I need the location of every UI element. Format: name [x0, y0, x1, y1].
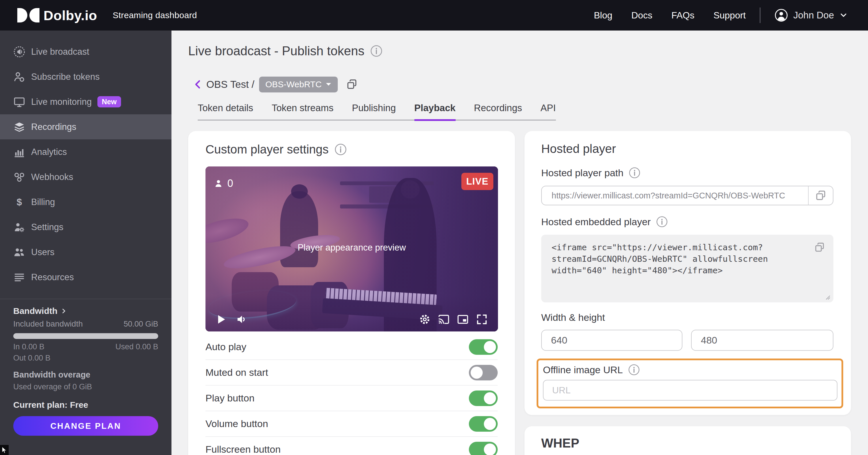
- sidebar-item-live-monitoring[interactable]: Live monitoringNew: [0, 89, 172, 114]
- header-link-docs[interactable]: Docs: [631, 10, 652, 21]
- whep-title: WHEP: [541, 436, 579, 450]
- resize-handle-icon[interactable]: [824, 294, 831, 300]
- viewer-count: 0: [214, 177, 233, 190]
- setting-label: Auto play: [206, 341, 246, 353]
- toggle-knob: [484, 392, 496, 404]
- info-icon[interactable]: [656, 216, 668, 228]
- tab-token-streams[interactable]: Token streams: [272, 102, 334, 121]
- dolby-d-right: [29, 8, 39, 23]
- pip-icon[interactable]: [457, 313, 469, 326]
- caret-down-icon: [326, 83, 332, 87]
- player-preview: 0 LIVE Player appearance preview: [206, 166, 498, 331]
- sidebar-item-label: Analytics: [31, 147, 67, 157]
- bandwidth-link[interactable]: Bandwidth: [13, 306, 158, 316]
- sidebar-item-recordings[interactable]: Recordings: [0, 114, 172, 139]
- sidebar-item-settings[interactable]: Settings: [0, 215, 172, 239]
- setting-label: Muted on start: [206, 367, 268, 378]
- play-icon[interactable]: [215, 313, 227, 326]
- preview-caption: Player appearance preview: [206, 242, 498, 253]
- hosted-player-card: Hosted player Hosted player path Hosted …: [525, 131, 851, 415]
- info-icon[interactable]: [628, 364, 640, 376]
- header-link-support[interactable]: Support: [714, 10, 746, 21]
- info-icon[interactable]: [370, 45, 383, 57]
- sidebar-item-resources[interactable]: Resources: [0, 265, 172, 290]
- fullscreen-button-toggle[interactable]: [469, 442, 498, 455]
- current-plan-label: Current plan: Free: [13, 400, 158, 410]
- header-link-blog[interactable]: Blog: [594, 10, 612, 21]
- sidebar-item-webhooks[interactable]: Webhooks: [0, 164, 172, 190]
- embed-code-textarea[interactable]: <iframe src="https://viewer.millicast.co…: [541, 235, 833, 302]
- whep-card: WHEP: [525, 426, 851, 455]
- token-selector[interactable]: OBS-WebRTC: [259, 76, 338, 92]
- play-button-toggle[interactable]: [469, 390, 498, 406]
- page-title: Live broadcast - Publish tokens: [188, 44, 364, 58]
- sidebar-item-live-broadcast[interactable]: Live broadcast: [0, 39, 172, 64]
- offline-image-url-label: Offline image URL: [543, 364, 623, 376]
- volume-button-toggle[interactable]: [469, 416, 498, 432]
- tab-api[interactable]: API: [540, 102, 556, 121]
- tab-token-details[interactable]: Token details: [198, 102, 253, 121]
- header-link-faqs[interactable]: FAQs: [672, 10, 694, 21]
- offline-image-url-input[interactable]: [543, 380, 837, 400]
- breadcrumb-parent[interactable]: OBS Test /: [206, 78, 254, 90]
- volume-icon[interactable]: [236, 313, 248, 326]
- sidebar-item-label: Subscribe tokens: [31, 72, 100, 82]
- back-chevron-icon[interactable]: [192, 79, 204, 90]
- info-icon[interactable]: [334, 143, 347, 156]
- svg-text:$: $: [17, 197, 22, 207]
- sidebar-item-analytics[interactable]: Analytics: [0, 139, 172, 164]
- copy-token-button[interactable]: [345, 78, 359, 91]
- size-label-row: Width & height: [541, 312, 605, 323]
- change-plan-button[interactable]: CHANGE PLAN: [13, 416, 158, 436]
- cast-icon[interactable]: [437, 313, 450, 326]
- webhooks-icon: [12, 170, 27, 184]
- toggle-knob: [471, 366, 483, 379]
- bandwidth-panel: Bandwidth Included bandwidth 50.00 GiB I…: [0, 299, 172, 436]
- muted-on-start-toggle[interactable]: [469, 365, 498, 381]
- fullscreen-icon[interactable]: [475, 313, 488, 326]
- sidebar-item-label: Live broadcast: [31, 47, 89, 57]
- live-badge: LIVE: [461, 173, 493, 190]
- auto-play-toggle[interactable]: [469, 339, 498, 355]
- width-input[interactable]: [541, 330, 682, 351]
- bandwidth-used-value: Used 0.00 B: [115, 343, 158, 351]
- token-name: OBS-WebRTC: [266, 79, 322, 89]
- setting-row-volume-button: Volume button: [206, 411, 498, 437]
- header-divider: [760, 7, 761, 23]
- info-icon[interactable]: [628, 167, 641, 179]
- setting-label: Play button: [206, 392, 254, 404]
- sidebar-item-billing[interactable]: $Billing: [0, 190, 172, 215]
- player-card-title-row: Custom player settings: [206, 142, 347, 156]
- header-nav: BlogDocsFAQsSupport: [594, 10, 746, 21]
- setting-label: Volume button: [206, 418, 268, 429]
- sidebar-item-users[interactable]: Users: [0, 239, 172, 265]
- sidebar-item-label: Live monitoring: [31, 97, 92, 107]
- billing-icon: $: [12, 195, 27, 209]
- app-title: Streaming dashboard: [113, 10, 197, 20]
- recordings-icon: [12, 120, 27, 134]
- offline-label-row: Offline image URL: [543, 364, 640, 376]
- token-tabs: Token detailsToken streamsPublishingPlay…: [198, 102, 556, 121]
- user-menu[interactable]: John Doe: [774, 8, 848, 22]
- sidebar-item-subscribe-tokens[interactable]: Subscribe tokens: [0, 64, 172, 89]
- toggle-knob: [484, 444, 496, 455]
- breadcrumb: OBS Test / OBS-WebRTC: [192, 76, 359, 92]
- bandwidth-overage-title: Bandwidth overage: [13, 370, 158, 380]
- top-header: Dolby.io Streaming dashboard BlogDocsFAQ…: [0, 0, 868, 31]
- dolby-logo: Dolby.io: [17, 7, 97, 23]
- setting-row-auto-play: Auto play: [206, 334, 498, 360]
- tab-publishing[interactable]: Publishing: [352, 102, 396, 121]
- copy-path-button[interactable]: [808, 186, 833, 205]
- setting-row-play-button: Play button: [206, 386, 498, 411]
- dolby-double-d-icon: [17, 8, 39, 23]
- copy-embed-button[interactable]: [813, 241, 826, 254]
- analytics-icon: [12, 145, 27, 159]
- tab-playback[interactable]: Playback: [414, 102, 456, 121]
- bandwidth-overage-detail: Used overage of 0 GiB: [13, 383, 158, 391]
- user-name: John Doe: [793, 10, 834, 21]
- sidebar-item-label: Webhooks: [31, 172, 73, 182]
- hosted-player-path-input[interactable]: [542, 191, 808, 200]
- height-input[interactable]: [691, 330, 833, 351]
- tab-recordings[interactable]: Recordings: [474, 102, 522, 121]
- settings-gear-icon[interactable]: [418, 313, 431, 326]
